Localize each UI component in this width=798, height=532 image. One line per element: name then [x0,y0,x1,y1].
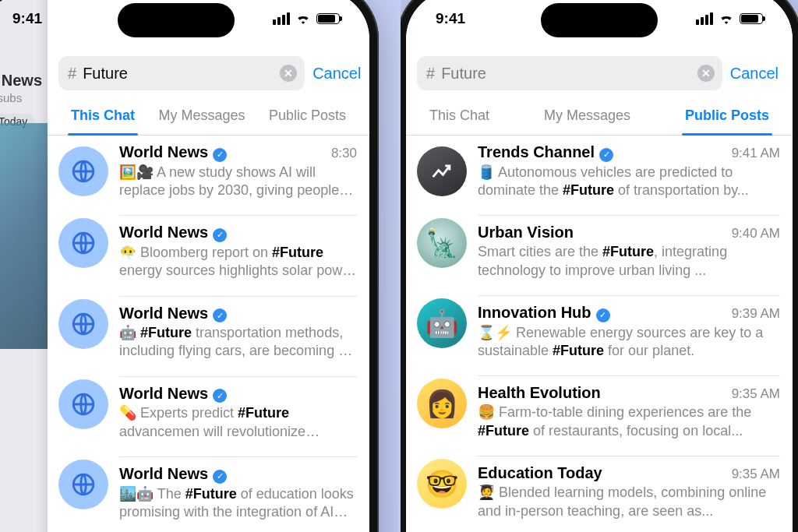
results-list[interactable]: World News✓8:30🖼️🎥 A new study shows AI … [48,136,369,532]
avatar: 👩 [417,379,467,428]
wifi-icon [295,12,312,25]
screen: 9:41 # ✕ [406,0,793,532]
result-row[interactable]: 🤖Innovation Hub✓9:39 AM⌛⚡ Renewable ener… [406,287,793,368]
result-row[interactable]: World News✓🤖 #Future transportation meth… [48,288,369,368]
result-name: World News [119,385,208,403]
tab-this-chat[interactable]: This Chat [69,100,136,135]
result-time: 9:40 AM [732,226,780,241]
hash-icon: # [68,65,76,83]
result-time: 9:41 AM [732,146,780,161]
result-row[interactable]: World News✓🏙️🤖 The #Future of education … [48,449,369,529]
dynamic-island [118,3,235,37]
search-panel: # ✕ Cancel This Chat My Messages Public … [48,0,369,532]
result-snippet: 🛢️ Autonomous vehicles are predicted to … [478,164,780,200]
tab-public-posts[interactable]: Public Posts [683,100,771,135]
result-name: Innovation Hub [478,304,591,322]
cancel-button[interactable]: Cancel [730,65,782,83]
verified-icon: ✓ [599,148,613,162]
search-field[interactable]: # ✕ [58,56,305,90]
result-name: Education Today [478,464,602,482]
cellular-icon [696,12,713,25]
battery-icon [316,13,340,24]
result-snippet: 💊 Experts predict #Future advancemen wil… [119,404,357,441]
status-time: 9:41 [436,10,465,27]
verified-icon: ✓ [213,308,227,322]
result-name: World News [119,305,208,322]
battery-icon [740,13,763,24]
search-input[interactable] [83,65,280,83]
tab-public-posts[interactable]: Public Posts [267,100,348,135]
result-time: 9:35 AM [732,467,780,482]
wifi-icon [718,12,735,25]
result-snippet: 🍔 Farm-to-table dining experiences are t… [478,403,780,440]
results-list[interactable]: Trends Channel✓9:41 AM🛢️ Autonomous vehi… [406,136,793,532]
result-row[interactable]: World News✓8:30🖼️🎥 A new study shows AI … [48,136,369,207]
screen: 9:41 d News 1 subs Today ws AI ng pe tur… [0,0,369,532]
clear-icon[interactable]: ✕ [697,65,715,82]
result-row[interactable]: World News✓😶‍🌫️ Bloomberg report on #Fut… [48,207,369,287]
result-name: Health Evolution [478,384,601,402]
cellular-icon [273,12,290,25]
result-snippet: 😶‍🌫️ Bloomberg report on #Future energy … [119,244,357,280]
iphone-frame: 9:41 d News 1 subs Today ws AI ng pe tur… [0,0,379,532]
result-name: Trends Channel [478,143,595,161]
result-row[interactable]: 🤓Education Today9:35 AM🧑‍🎓 Blended learn… [406,448,793,528]
avatar [58,379,108,429]
clear-icon[interactable]: ✕ [280,65,297,82]
result-time: 8:30 [331,146,357,161]
result-time: 9:39 AM [732,306,780,322]
result-name: World News [119,143,208,161]
avatar [417,146,467,196]
avatar [58,460,108,509]
result-time: 9:35 AM [732,386,780,402]
result-name: Urban Vision [478,224,574,241]
result-snippet: Smart cities are the #Future, integratin… [478,243,780,280]
search-panel: # ✕ Cancel This Chat My Messages Public … [406,0,793,532]
result-row[interactable]: 👩Health Evolution9:35 AM🍔 Farm-to-table … [406,368,793,448]
verified-icon: ✓ [596,308,610,322]
tab-this-chat[interactable]: This Chat [428,100,491,135]
result-row[interactable]: Trends Channel✓9:41 AM🛢️ Autonomous vehi… [406,136,793,207]
tab-my-messages[interactable]: My Messages [157,100,246,135]
iphone-frame: 9:41 # ✕ [401,0,798,532]
avatar: 🗽 [417,218,467,268]
search-tabs: This Chat My Messages Public Posts [406,100,793,136]
verified-icon: ✓ [213,389,227,403]
result-row[interactable]: 🗽Urban Vision9:40 AMSmart cities are the… [406,207,793,287]
avatar [58,146,108,196]
search-row: # ✕ Cancel [406,50,793,97]
search-field[interactable]: # ✕ [417,56,722,90]
result-snippet: 🧑‍🎓 Blended learning models, combining o… [478,484,780,520]
search-input[interactable] [441,65,697,83]
status-time: 9:41 [12,10,42,27]
result-name: World News [119,224,208,241]
result-snippet: 🏙️🤖 The #Future of education looks promi… [119,485,357,522]
result-snippet: 🖼️🎥 A new study shows AI will replace jo… [119,164,357,200]
verified-icon: ✓ [213,148,227,162]
avatar [58,299,108,349]
hash-icon: # [426,65,435,83]
verified-icon: ✓ [213,470,227,484]
search-row: # ✕ Cancel [48,50,369,97]
avatar [58,218,108,268]
cancel-button[interactable]: Cancel [312,65,364,83]
tab-my-messages[interactable]: My Messages [542,100,632,135]
result-name: World News [119,465,208,483]
search-tabs: This Chat My Messages Public Posts [48,100,369,136]
result-snippet: 🤖 #Future transportation methods, includ… [119,324,357,361]
avatar: 🤖 [417,298,467,348]
result-snippet: ⌛⚡ Renewable energy sources are key to a… [478,324,780,361]
verified-icon: ✓ [213,228,227,242]
result-row[interactable]: World News✓💊 Experts predict #Future adv… [48,368,369,449]
background-chat: d News 1 subs Today ws AI ng pe ture [0,0,48,532]
avatar: 🤓 [417,459,467,509]
dynamic-island [541,3,658,37]
